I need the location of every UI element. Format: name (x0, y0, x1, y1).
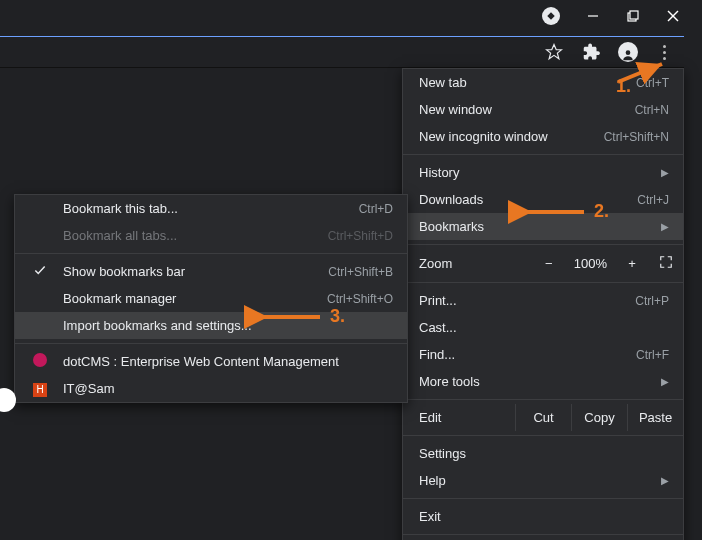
menu-new-tab[interactable]: New tab Ctrl+T (403, 69, 683, 96)
sub-bookmark-tab[interactable]: Bookmark this tab... Ctrl+D (15, 195, 407, 222)
menu-print[interactable]: Print... Ctrl+P (403, 287, 683, 314)
title-avatar-icon (542, 7, 560, 25)
bookmark-star-icon[interactable] (542, 40, 566, 64)
menu-separator (403, 435, 683, 436)
sub-fav-dotcms[interactable]: dotCMS : Enterprise Web Content Manageme… (15, 348, 407, 375)
sub-manager[interactable]: Bookmark manager Ctrl+Shift+O (15, 285, 407, 312)
chevron-right-icon: ▶ (661, 221, 669, 232)
menu-label: Settings (419, 446, 669, 461)
menu-shortcut: Ctrl+J (637, 193, 669, 207)
zoom-out-button[interactable]: − (540, 256, 558, 271)
maximize-button[interactable] (626, 9, 640, 23)
menu-new-window[interactable]: New window Ctrl+N (403, 96, 683, 123)
favicon-icon (31, 353, 49, 370)
zoom-percent: 100% (568, 256, 613, 271)
profile-icon[interactable] (618, 42, 638, 62)
menu-history[interactable]: History ▶ (403, 159, 683, 186)
sub-bookmark-all: Bookmark all tabs... Ctrl+Shift+D (15, 222, 407, 249)
sub-fav-itsam[interactable]: H IT@Sam (15, 375, 407, 402)
menu-kebab-icon[interactable] (652, 40, 676, 64)
menu-label: More tools (419, 374, 655, 389)
menu-shortcut: Ctrl+D (359, 202, 393, 216)
menu-label: IT@Sam (63, 381, 393, 396)
menu-separator (403, 154, 683, 155)
menu-help[interactable]: Help ▶ (403, 467, 683, 494)
favicon-icon: H (31, 381, 49, 397)
sub-show-bar[interactable]: Show bookmarks bar Ctrl+Shift+B (15, 258, 407, 285)
menu-label: dotCMS : Enterprise Web Content Manageme… (63, 354, 393, 369)
menu-separator (403, 534, 683, 535)
edit-copy-button[interactable]: Copy (571, 404, 627, 431)
menu-label: Show bookmarks bar (63, 264, 328, 279)
menu-shortcut: Ctrl+N (635, 103, 669, 117)
menu-label: Bookmark manager (63, 291, 327, 306)
menu-separator (403, 244, 683, 245)
menu-label: Find... (419, 347, 636, 362)
svg-marker-5 (547, 45, 562, 59)
menu-separator (403, 399, 683, 400)
menu-label: Cast... (419, 320, 669, 335)
minimize-button[interactable] (586, 9, 600, 23)
chevron-right-icon: ▶ (661, 167, 669, 178)
svg-point-6 (626, 50, 631, 55)
menu-label: Bookmark all tabs... (63, 228, 328, 243)
menu-shortcut: Ctrl+P (635, 294, 669, 308)
menu-label: Print... (419, 293, 635, 308)
menu-new-incognito[interactable]: New incognito window Ctrl+Shift+N (403, 123, 683, 150)
menu-label: Help (419, 473, 655, 488)
edit-paste-button[interactable]: Paste (627, 404, 683, 431)
menu-label: Bookmark this tab... (63, 201, 359, 216)
menu-separator (15, 343, 407, 344)
svg-rect-2 (630, 11, 638, 19)
menu-edit-row: Edit Cut Copy Paste (403, 404, 683, 431)
menu-bookmarks[interactable]: Bookmarks ▶ (403, 213, 683, 240)
menu-label: New incognito window (419, 129, 604, 144)
menu-label: Import bookmarks and settings... (63, 318, 393, 333)
edit-cut-button[interactable]: Cut (515, 404, 571, 431)
menu-cast[interactable]: Cast... (403, 314, 683, 341)
menu-settings[interactable]: Settings (403, 440, 683, 467)
menu-label: History (419, 165, 655, 180)
menu-label: New window (419, 102, 635, 117)
menu-separator (403, 282, 683, 283)
menu-label: Exit (419, 509, 669, 524)
checkmark-icon (33, 263, 47, 280)
menu-separator (403, 498, 683, 499)
menu-shortcut: Ctrl+F (636, 348, 669, 362)
browser-toolbar (0, 36, 684, 68)
menu-label: Bookmarks (419, 219, 655, 234)
menu-shortcut: Ctrl+Shift+D (328, 229, 393, 243)
menu-label: Edit (403, 404, 515, 431)
chevron-right-icon: ▶ (661, 475, 669, 486)
menu-shortcut: Ctrl+Shift+O (327, 292, 393, 306)
menu-separator (15, 253, 407, 254)
zoom-in-button[interactable]: + (623, 256, 641, 271)
extensions-icon[interactable] (580, 40, 604, 64)
close-button[interactable] (666, 9, 680, 23)
menu-shortcut: Ctrl+Shift+N (604, 130, 669, 144)
sub-import[interactable]: Import bookmarks and settings... (15, 312, 407, 339)
chevron-right-icon: ▶ (661, 376, 669, 387)
fullscreen-icon[interactable] (659, 255, 673, 272)
bookmarks-submenu: Bookmark this tab... Ctrl+D Bookmark all… (14, 194, 408, 403)
menu-more-tools[interactable]: More tools ▶ (403, 368, 683, 395)
menu-label: New tab (419, 75, 636, 90)
menu-shortcut: Ctrl+Shift+B (328, 265, 393, 279)
menu-label: Downloads (419, 192, 637, 207)
menu-exit[interactable]: Exit (403, 503, 683, 530)
menu-find[interactable]: Find... Ctrl+F (403, 341, 683, 368)
menu-downloads[interactable]: Downloads Ctrl+J (403, 186, 683, 213)
menu-shortcut: Ctrl+T (636, 76, 669, 90)
menu-zoom: Zoom − 100% + (403, 249, 683, 278)
chrome-main-menu: New tab Ctrl+T New window Ctrl+N New inc… (402, 68, 684, 540)
menu-label: Zoom (419, 256, 530, 271)
